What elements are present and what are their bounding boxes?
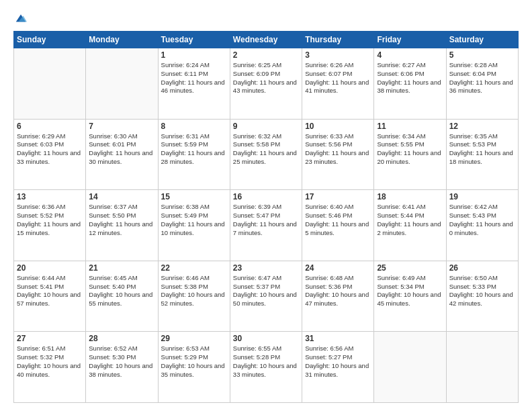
day-number: 3	[305, 50, 371, 60]
calendar-week-row: 1Sunrise: 6:24 AM Sunset: 6:11 PM Daylig…	[14, 48, 519, 120]
calendar-cell: 24Sunrise: 6:48 AM Sunset: 5:36 PM Dayli…	[302, 261, 374, 332]
day-info: Sunrise: 6:31 AM Sunset: 5:59 PM Dayligh…	[161, 132, 227, 167]
page: SundayMondayTuesdayWednesdayThursdayFrid…	[0, 0, 532, 411]
day-info: Sunrise: 6:36 AM Sunset: 5:52 PM Dayligh…	[17, 203, 83, 237]
calendar-cell: 7Sunrise: 6:30 AM Sunset: 6:01 PM Daylig…	[86, 119, 158, 190]
day-number: 15	[161, 192, 227, 201]
calendar-cell: 19Sunrise: 6:42 AM Sunset: 5:43 PM Dayli…	[446, 190, 518, 261]
logo	[13, 11, 27, 24]
day-number: 2	[233, 50, 299, 60]
day-number: 20	[17, 263, 83, 273]
calendar-cell: 9Sunrise: 6:32 AM Sunset: 5:58 PM Daylig…	[230, 119, 302, 190]
day-info: Sunrise: 6:48 AM Sunset: 5:36 PM Dayligh…	[305, 274, 371, 308]
calendar-cell: 12Sunrise: 6:35 AM Sunset: 5:53 PM Dayli…	[446, 119, 518, 190]
day-number: 6	[17, 122, 83, 131]
calendar-cell: 4Sunrise: 6:27 AM Sunset: 6:06 PM Daylig…	[374, 48, 446, 120]
weekday-header: Tuesday	[158, 32, 230, 48]
day-number: 11	[377, 122, 443, 131]
day-info: Sunrise: 6:26 AM Sunset: 6:07 PM Dayligh…	[305, 61, 371, 95]
calendar-week-row: 13Sunrise: 6:36 AM Sunset: 5:52 PM Dayli…	[14, 190, 519, 261]
day-info: Sunrise: 6:46 AM Sunset: 5:38 PM Dayligh…	[161, 274, 227, 308]
day-number: 9	[233, 122, 299, 131]
calendar-cell	[446, 332, 518, 403]
calendar-cell: 13Sunrise: 6:36 AM Sunset: 5:52 PM Dayli…	[14, 190, 86, 261]
day-number: 23	[233, 263, 299, 273]
weekday-header: Sunday	[14, 32, 86, 48]
calendar-cell: 25Sunrise: 6:49 AM Sunset: 5:34 PM Dayli…	[374, 261, 446, 332]
day-info: Sunrise: 6:28 AM Sunset: 6:04 PM Dayligh…	[449, 61, 515, 95]
day-info: Sunrise: 6:44 AM Sunset: 5:41 PM Dayligh…	[17, 274, 83, 308]
calendar-cell: 27Sunrise: 6:51 AM Sunset: 5:32 PM Dayli…	[14, 332, 86, 403]
calendar-cell: 14Sunrise: 6:37 AM Sunset: 5:50 PM Dayli…	[86, 190, 158, 261]
day-info: Sunrise: 6:49 AM Sunset: 5:34 PM Dayligh…	[377, 274, 443, 308]
calendar-cell: 6Sunrise: 6:29 AM Sunset: 6:03 PM Daylig…	[14, 119, 86, 190]
day-info: Sunrise: 6:32 AM Sunset: 5:58 PM Dayligh…	[233, 132, 299, 167]
calendar-cell: 28Sunrise: 6:52 AM Sunset: 5:30 PM Dayli…	[86, 332, 158, 403]
calendar-cell	[86, 48, 158, 120]
day-info: Sunrise: 6:27 AM Sunset: 6:06 PM Dayligh…	[377, 61, 443, 95]
day-info: Sunrise: 6:24 AM Sunset: 6:11 PM Dayligh…	[161, 61, 227, 95]
day-info: Sunrise: 6:51 AM Sunset: 5:32 PM Dayligh…	[17, 345, 83, 379]
day-number: 26	[449, 263, 515, 273]
weekday-header: Wednesday	[230, 32, 302, 48]
calendar-cell: 20Sunrise: 6:44 AM Sunset: 5:41 PM Dayli…	[14, 261, 86, 332]
calendar-cell: 29Sunrise: 6:53 AM Sunset: 5:29 PM Dayli…	[158, 332, 230, 403]
header	[13, 11, 519, 24]
calendar-cell	[14, 48, 86, 120]
day-number: 22	[161, 263, 227, 273]
calendar-cell: 22Sunrise: 6:46 AM Sunset: 5:38 PM Dayli…	[158, 261, 230, 332]
day-info: Sunrise: 6:52 AM Sunset: 5:30 PM Dayligh…	[89, 345, 154, 379]
day-number: 8	[161, 122, 227, 131]
calendar-cell: 3Sunrise: 6:26 AM Sunset: 6:07 PM Daylig…	[302, 48, 374, 120]
day-info: Sunrise: 6:33 AM Sunset: 5:56 PM Dayligh…	[305, 132, 371, 167]
day-number: 30	[233, 334, 299, 343]
day-number: 10	[305, 122, 371, 131]
calendar-cell: 10Sunrise: 6:33 AM Sunset: 5:56 PM Dayli…	[302, 119, 374, 190]
weekday-header: Thursday	[302, 32, 374, 48]
day-info: Sunrise: 6:50 AM Sunset: 5:33 PM Dayligh…	[449, 274, 515, 308]
day-info: Sunrise: 6:35 AM Sunset: 5:53 PM Dayligh…	[449, 132, 515, 167]
day-number: 1	[161, 50, 227, 60]
day-number: 21	[89, 263, 154, 273]
day-info: Sunrise: 6:38 AM Sunset: 5:49 PM Dayligh…	[161, 203, 227, 237]
day-number: 4	[377, 50, 443, 60]
calendar-cell: 26Sunrise: 6:50 AM Sunset: 5:33 PM Dayli…	[446, 261, 518, 332]
day-number: 14	[89, 192, 154, 201]
calendar-cell: 21Sunrise: 6:45 AM Sunset: 5:40 PM Dayli…	[86, 261, 158, 332]
calendar-cell: 1Sunrise: 6:24 AM Sunset: 6:11 PM Daylig…	[158, 48, 230, 120]
day-number: 18	[377, 192, 443, 201]
weekday-header: Friday	[374, 32, 446, 48]
day-number: 29	[161, 334, 227, 343]
day-info: Sunrise: 6:55 AM Sunset: 5:28 PM Dayligh…	[233, 345, 299, 379]
day-info: Sunrise: 6:34 AM Sunset: 5:55 PM Dayligh…	[377, 132, 443, 167]
calendar-cell: 31Sunrise: 6:56 AM Sunset: 5:27 PM Dayli…	[302, 332, 374, 403]
calendar-cell: 16Sunrise: 6:39 AM Sunset: 5:47 PM Dayli…	[230, 190, 302, 261]
day-number: 31	[305, 334, 371, 343]
calendar-cell: 11Sunrise: 6:34 AM Sunset: 5:55 PM Dayli…	[374, 119, 446, 190]
day-info: Sunrise: 6:39 AM Sunset: 5:47 PM Dayligh…	[233, 203, 299, 237]
calendar-header-row: SundayMondayTuesdayWednesdayThursdayFrid…	[14, 32, 519, 48]
day-number: 5	[449, 50, 515, 60]
day-info: Sunrise: 6:45 AM Sunset: 5:40 PM Dayligh…	[89, 274, 154, 308]
calendar-week-row: 27Sunrise: 6:51 AM Sunset: 5:32 PM Dayli…	[14, 332, 519, 403]
calendar-cell: 17Sunrise: 6:40 AM Sunset: 5:46 PM Dayli…	[302, 190, 374, 261]
calendar-cell: 23Sunrise: 6:47 AM Sunset: 5:37 PM Dayli…	[230, 261, 302, 332]
calendar-table: SundayMondayTuesdayWednesdayThursdayFrid…	[13, 31, 519, 403]
calendar-cell	[374, 332, 446, 403]
day-number: 19	[449, 192, 515, 201]
calendar-cell: 8Sunrise: 6:31 AM Sunset: 5:59 PM Daylig…	[158, 119, 230, 190]
day-info: Sunrise: 6:56 AM Sunset: 5:27 PM Dayligh…	[305, 345, 371, 379]
day-info: Sunrise: 6:47 AM Sunset: 5:37 PM Dayligh…	[233, 274, 299, 308]
day-number: 25	[377, 263, 443, 273]
day-info: Sunrise: 6:30 AM Sunset: 6:01 PM Dayligh…	[89, 132, 154, 167]
day-info: Sunrise: 6:41 AM Sunset: 5:44 PM Dayligh…	[377, 203, 443, 237]
calendar-cell: 30Sunrise: 6:55 AM Sunset: 5:28 PM Dayli…	[230, 332, 302, 403]
weekday-header: Monday	[86, 32, 158, 48]
day-number: 13	[17, 192, 83, 201]
day-number: 7	[89, 122, 154, 131]
day-info: Sunrise: 6:37 AM Sunset: 5:50 PM Dayligh…	[89, 203, 154, 237]
day-number: 12	[449, 122, 515, 131]
calendar-week-row: 20Sunrise: 6:44 AM Sunset: 5:41 PM Dayli…	[14, 261, 519, 332]
day-info: Sunrise: 6:40 AM Sunset: 5:46 PM Dayligh…	[305, 203, 371, 237]
day-info: Sunrise: 6:42 AM Sunset: 5:43 PM Dayligh…	[449, 203, 515, 237]
